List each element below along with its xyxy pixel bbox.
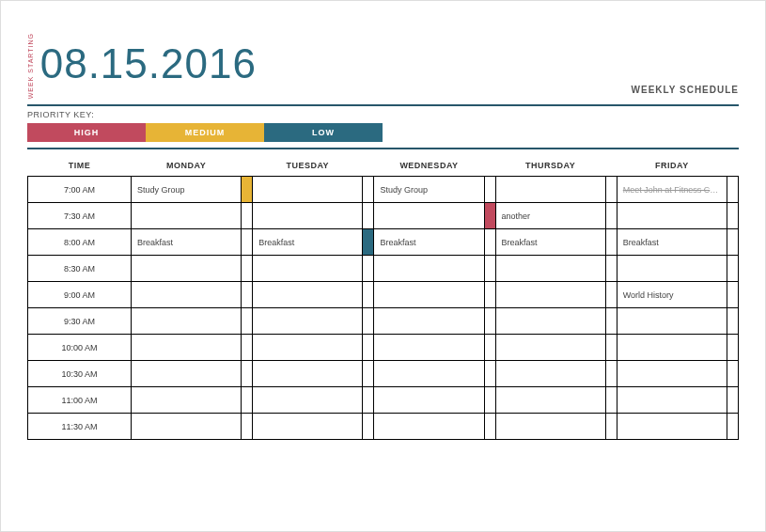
priority-chip-cell[interactable] <box>363 335 374 361</box>
cell-wed[interactable] <box>374 282 484 308</box>
priority-chip-cell[interactable] <box>605 361 617 387</box>
priority-chip-cell[interactable] <box>727 229 739 256</box>
cell-tue[interactable] <box>253 177 363 203</box>
priority-chip-cell[interactable] <box>363 308 374 335</box>
cell-tue[interactable] <box>253 203 363 229</box>
priority-chip-cell[interactable] <box>363 177 374 203</box>
cell-thu[interactable] <box>495 256 605 282</box>
priority-chip-cell[interactable] <box>242 414 253 440</box>
priority-chip-cell[interactable] <box>242 256 253 282</box>
cell-tue[interactable] <box>253 256 363 282</box>
cell-tue[interactable]: Breakfast <box>253 229 363 256</box>
priority-chip-cell[interactable] <box>363 387 374 414</box>
cell-tue[interactable] <box>253 335 363 361</box>
cell-thu[interactable] <box>495 361 605 387</box>
priority-chip-cell[interactable] <box>484 335 495 361</box>
cell-fri[interactable]: World History <box>617 282 727 308</box>
cell-mon[interactable] <box>132 203 242 229</box>
priority-chip-cell[interactable] <box>727 361 739 387</box>
cell-tue[interactable] <box>253 282 363 308</box>
priority-chip-cell[interactable] <box>727 414 739 440</box>
cell-wed[interactable] <box>374 361 484 387</box>
cell-thu[interactable]: Breakfast <box>495 229 605 256</box>
priority-chip-cell[interactable] <box>242 282 253 308</box>
cell-thu[interactable] <box>495 282 605 308</box>
priority-chip-cell[interactable] <box>484 177 495 203</box>
cell-mon[interactable]: Study Group <box>132 177 242 203</box>
priority-chip-cell[interactable] <box>727 282 739 308</box>
priority-chip-cell[interactable] <box>363 414 374 440</box>
priority-chip-cell[interactable] <box>727 308 739 335</box>
cell-mon[interactable] <box>132 387 242 414</box>
priority-chip-cell[interactable] <box>363 361 374 387</box>
priority-chip-cell[interactable] <box>484 256 495 282</box>
priority-chip-cell[interactable] <box>605 229 617 256</box>
cell-thu[interactable] <box>495 387 605 414</box>
priority-chip-cell[interactable] <box>242 177 253 203</box>
cell-tue[interactable] <box>253 387 363 414</box>
priority-chip-cell[interactable] <box>363 229 374 256</box>
priority-chip-cell[interactable] <box>484 387 495 414</box>
priority-chip-cell[interactable] <box>242 229 253 256</box>
priority-chip-cell[interactable] <box>242 335 253 361</box>
cell-mon[interactable] <box>132 256 242 282</box>
priority-chip-cell[interactable] <box>605 177 617 203</box>
cell-wed[interactable]: Study Group <box>374 177 484 203</box>
cell-fri[interactable] <box>617 414 727 440</box>
cell-thu[interactable] <box>495 177 605 203</box>
priority-chip-cell[interactable] <box>605 387 617 414</box>
cell-mon[interactable] <box>132 414 242 440</box>
cell-fri[interactable] <box>617 361 727 387</box>
cell-fri[interactable] <box>617 308 727 335</box>
cell-wed[interactable] <box>374 414 484 440</box>
cell-mon[interactable] <box>132 361 242 387</box>
cell-thu[interactable] <box>495 414 605 440</box>
cell-thu[interactable] <box>495 308 605 335</box>
cell-wed[interactable]: Breakfast <box>374 229 484 256</box>
priority-chip-cell[interactable] <box>605 414 617 440</box>
priority-chip-cell[interactable] <box>484 282 495 308</box>
cell-fri[interactable] <box>617 387 727 414</box>
priority-chip-cell[interactable] <box>242 203 253 229</box>
priority-chip-cell[interactable] <box>484 229 495 256</box>
cell-mon[interactable] <box>132 282 242 308</box>
cell-fri[interactable]: Meet John at Fitness Center <box>617 177 727 203</box>
priority-chip-cell[interactable] <box>242 387 253 414</box>
cell-fri[interactable] <box>617 335 727 361</box>
priority-chip-cell[interactable] <box>363 203 374 229</box>
cell-fri[interactable] <box>617 203 727 229</box>
priority-chip-cell[interactable] <box>484 308 495 335</box>
cell-wed[interactable] <box>374 335 484 361</box>
cell-mon[interactable] <box>132 308 242 335</box>
priority-chip-cell[interactable] <box>363 282 374 308</box>
priority-chip-cell[interactable] <box>605 282 617 308</box>
cell-wed[interactable] <box>374 203 484 229</box>
priority-chip-cell[interactable] <box>727 203 739 229</box>
priority-chip-cell[interactable] <box>363 256 374 282</box>
priority-chip-cell[interactable] <box>605 256 617 282</box>
cell-mon[interactable]: Breakfast <box>132 229 242 256</box>
cell-tue[interactable] <box>253 308 363 335</box>
cell-fri[interactable]: Breakfast <box>617 229 727 256</box>
priority-chip-cell[interactable] <box>605 308 617 335</box>
priority-chip-cell[interactable] <box>605 335 617 361</box>
cell-mon[interactable] <box>132 335 242 361</box>
cell-wed[interactable] <box>374 308 484 335</box>
priority-chip-cell[interactable] <box>242 361 253 387</box>
priority-chip-cell[interactable] <box>727 387 739 414</box>
cell-fri[interactable] <box>617 256 727 282</box>
cell-wed[interactable] <box>374 387 484 414</box>
priority-chip-cell[interactable] <box>727 256 739 282</box>
cell-thu[interactable]: another <box>495 203 605 229</box>
priority-chip-cell[interactable] <box>484 361 495 387</box>
priority-chip-cell[interactable] <box>605 203 617 229</box>
priority-chip-cell[interactable] <box>484 414 495 440</box>
cell-tue[interactable] <box>253 361 363 387</box>
priority-chip-cell[interactable] <box>242 308 253 335</box>
cell-thu[interactable] <box>495 335 605 361</box>
priority-chip-cell[interactable] <box>727 177 739 203</box>
priority-chip-cell[interactable] <box>484 203 495 229</box>
cell-wed[interactable] <box>374 256 484 282</box>
priority-chip-cell[interactable] <box>727 335 739 361</box>
cell-tue[interactable] <box>253 414 363 440</box>
